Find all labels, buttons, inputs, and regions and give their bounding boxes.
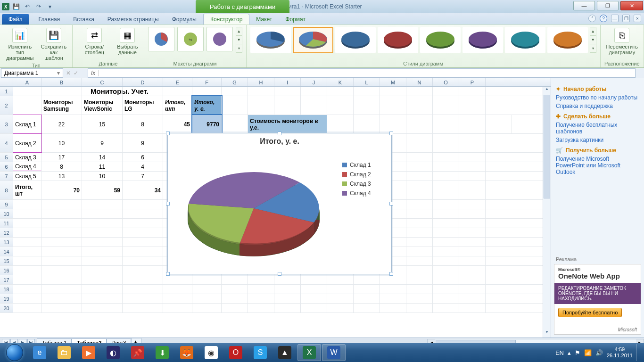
start-button[interactable] [2, 344, 27, 362]
tab-layout[interactable]: Макет [249, 14, 279, 25]
chart-layout-3[interactable] [206, 27, 233, 51]
chart-style-3[interactable] [335, 27, 376, 53]
row-7[interactable]: 7 [0, 172, 13, 181]
row-6[interactable]: 6 [0, 162, 13, 171]
chart-legend[interactable]: Склад 1 Склад 2 Склад 3 Склад 4 [339, 149, 391, 263]
chart-layout-2[interactable]: % [177, 27, 204, 51]
window-restore-button[interactable]: ❐ [597, 1, 619, 10]
cell[interactable]: 6 [123, 153, 163, 162]
cell[interactable]: 70 [41, 181, 82, 199]
qat-save-icon[interactable]: 💾 [11, 2, 21, 11]
tab-home[interactable]: Главная [32, 14, 67, 25]
workbook-restore-button[interactable]: ❐ [622, 15, 630, 22]
taskbar-mediaplayer[interactable]: ▶ [77, 344, 100, 361]
cell[interactable]: 22 [41, 115, 82, 133]
layouts-scroll[interactable]: ▲▼▾ [236, 27, 242, 53]
cell[interactable]: Склад 5 [13, 172, 41, 181]
col-J[interactable]: J [301, 78, 327, 86]
taskbar-app1[interactable]: ◐ [101, 344, 125, 361]
change-chart-type-button[interactable]: 📊 Изменить тип диаграммы [4, 27, 36, 62]
cell[interactable]: 45 [163, 115, 192, 133]
select-data-button[interactable]: ▦ Выбрать данные [115, 27, 140, 56]
cell[interactable]: 4 [123, 162, 163, 171]
cell[interactable]: 10 [82, 172, 123, 181]
cell[interactable]: 8 [123, 115, 163, 133]
cell[interactable]: 9770 [192, 115, 222, 133]
help-button[interactable]: ? [600, 15, 607, 22]
row-1[interactable]: 1 [0, 87, 13, 96]
row-16[interactable]: 16 [0, 266, 13, 275]
link-guide[interactable]: Руководство по началу работы [556, 94, 639, 101]
chart-layout-1[interactable] [148, 27, 174, 51]
vertical-scrollbar[interactable]: ▲ ▼ [543, 87, 551, 337]
switch-row-column-button[interactable]: ⇄ Строка/столбец [76, 27, 112, 56]
taskbar-explorer[interactable]: 🗀 [52, 344, 76, 361]
link-upload[interactable]: Загрузка картинки [556, 137, 639, 143]
window-minimize-button[interactable]: — [573, 1, 595, 10]
qat-undo-icon[interactable]: ↶ [23, 2, 32, 11]
tray-clock[interactable]: 4:5926.11.2011 [607, 346, 633, 359]
col-L[interactable]: L [354, 78, 380, 86]
row-12[interactable]: 12 [0, 228, 13, 237]
col-A[interactable]: A [13, 78, 41, 86]
col-H[interactable]: H [248, 78, 274, 86]
cell[interactable]: 8 [41, 162, 82, 171]
chart-style-1[interactable] [250, 27, 291, 53]
worksheet[interactable]: A B C D E F G H I J K L M N O P 1 Монито… [0, 78, 551, 337]
taskbar-app3[interactable]: ⬇ [150, 344, 174, 361]
taskbar-chrome[interactable]: ◉ [199, 344, 223, 361]
taskbar-skype[interactable]: S [248, 344, 272, 361]
taskbar-app4[interactable]: ▲ [273, 344, 297, 361]
link-help[interactable]: Справка и поддержка [556, 103, 639, 109]
cell[interactable]: Мониторы Samsung [41, 96, 82, 115]
taskbar-app2[interactable]: 📌 [126, 344, 149, 361]
chart-style-7[interactable] [505, 27, 545, 53]
row-11[interactable]: 11 [0, 219, 13, 228]
row-19[interactable]: 19 [0, 294, 13, 303]
row-13[interactable]: 13 [0, 238, 13, 247]
cell[interactable]: 34 [123, 181, 163, 199]
cell[interactable]: 9 [123, 134, 163, 152]
ad-banner[interactable]: Microsoft®OneNote Web App РЕДАКТИРОВАНИЕ… [554, 264, 641, 335]
link-templates[interactable]: Получение бесплатных шаблонов [556, 122, 639, 135]
row-5[interactable]: 5 [0, 153, 13, 162]
cell[interactable]: 15 [82, 115, 123, 133]
move-chart-button[interactable]: ⎘ Переместить диаграмму [604, 27, 640, 56]
cell[interactable]: 9 [82, 134, 123, 152]
row-2[interactable]: 2 [0, 96, 13, 115]
workbook-minimize-button[interactable]: — [611, 15, 619, 22]
tray-flag-icon[interactable]: ⚑ [575, 349, 580, 356]
cell[interactable]: Склад 1 [13, 115, 41, 133]
show-desktop-button[interactable] [636, 344, 640, 361]
taskbar-excel[interactable]: X [297, 344, 321, 361]
cell[interactable]: Мониторы LG [123, 96, 163, 115]
taskbar-ie[interactable]: e [28, 344, 51, 361]
cell[interactable]: 14 [82, 153, 123, 162]
row-8[interactable]: 8 [0, 181, 13, 199]
cell[interactable]: Итого, шт [163, 96, 192, 115]
row-17[interactable]: 17 [0, 275, 13, 284]
tray-volume-icon[interactable]: 🔊 [595, 349, 603, 356]
taskbar-firefox[interactable]: 🦊 [175, 344, 198, 361]
tray-up-icon[interactable]: ▴ [568, 349, 571, 356]
tab-format[interactable]: Формат [279, 14, 312, 25]
formula-input[interactable]: fx [88, 68, 636, 78]
cell[interactable]: 17 [41, 153, 82, 162]
col-P[interactable]: P [459, 78, 486, 86]
col-F[interactable]: F [192, 78, 222, 86]
workbook-close-button[interactable]: × [634, 15, 641, 22]
cell[interactable]: 11 [82, 162, 123, 171]
cell[interactable]: 7 [123, 172, 163, 181]
tab-design[interactable]: Конструктор [203, 14, 249, 25]
col-B[interactable]: B [41, 78, 82, 86]
cell[interactable]: Мониторы ViewSonic [82, 96, 123, 115]
row-10[interactable]: 10 [0, 209, 13, 218]
row-3[interactable]: 3 [0, 115, 13, 133]
chart-style-8[interactable] [547, 27, 588, 53]
qat-redo-icon[interactable]: ↷ [34, 2, 43, 11]
chart-object[interactable]: Итого, у. е. [167, 133, 392, 274]
tab-page-layout[interactable]: Разметка страницы [101, 14, 165, 25]
name-box[interactable]: Диаграмма 1▾ [1, 68, 63, 78]
tray-lang[interactable]: EN [555, 349, 564, 356]
tab-file[interactable]: Файл [2, 14, 29, 25]
